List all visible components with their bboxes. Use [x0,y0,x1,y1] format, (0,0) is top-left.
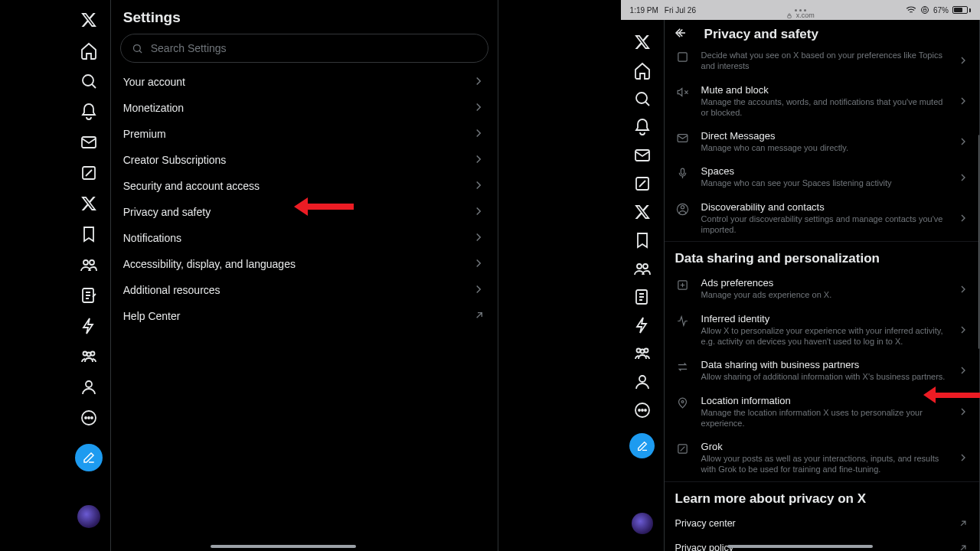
svg-point-12 [88,417,90,419]
svg-point-0 [83,75,93,86]
status-time: 1:19 PM [630,6,658,15]
search-icon[interactable] [633,90,652,108]
notifications-icon[interactable] [633,118,652,136]
settings-title: Settings [111,0,498,34]
settings-item-notifications[interactable]: Notifications [111,225,498,251]
grok-icon[interactable] [633,174,652,193]
orientation-lock-icon [920,5,929,15]
link-privacy-policy[interactable]: Privacy policy [665,536,979,551]
chevron-right-icon [472,178,485,194]
bookmarks-icon[interactable] [79,224,99,244]
home-icon[interactable] [79,41,99,60]
row-discoverability[interactable]: Discoverability and contactsControl your… [665,195,979,242]
communities-icon[interactable] [79,255,99,275]
messages-icon[interactable] [79,132,99,152]
profile-icon[interactable] [79,377,99,397]
chevron-right-icon [472,282,485,298]
communities-alt-icon[interactable] [633,344,652,363]
row-mute-block[interactable]: Mute and blockManage the accounts, words… [665,78,979,125]
premium-icon[interactable] [79,194,99,214]
external-link-icon [473,309,485,324]
x-logo-icon[interactable] [79,10,99,30]
avatar[interactable] [77,505,100,528]
search-input[interactable]: Search Settings [120,34,488,63]
chevron-right-icon [472,152,485,168]
svg-point-30 [645,409,646,411]
monetization-icon[interactable] [79,316,99,336]
compose-button[interactable] [629,433,655,458]
settings-item-monetization[interactable]: Monetization [111,95,498,121]
chevron-right-icon [956,406,970,418]
row-spaces[interactable]: SpacesManage who can see your Spaces lis… [665,159,979,194]
settings-item-accessibility[interactable]: Accessibility, display, and languages [111,251,498,277]
chevron-right-icon [472,126,485,142]
settings-item-additional-resources[interactable]: Additional resources [111,277,498,303]
search-placeholder: Search Settings [151,42,227,54]
communities-alt-icon[interactable] [79,347,99,367]
section-learn-more: Learn more about privacy on X [665,482,979,511]
svg-point-9 [86,381,92,387]
row-content-you-see[interactable]: Decide what you see on X based on your p… [665,49,979,78]
link-privacy-center[interactable]: Privacy center [665,511,979,536]
x-logo-icon[interactable] [633,33,652,51]
microphone-icon [675,167,691,180]
svg-rect-16 [788,15,792,18]
more-icon[interactable] [633,401,652,419]
section-data-sharing: Data sharing and personalization [665,242,979,271]
back-button[interactable] [674,26,688,43]
settings-item-your-account[interactable]: Your account [111,69,498,95]
svg-point-8 [87,353,91,357]
home-indicator [727,545,873,548]
settings-item-help-center[interactable]: Help Center [111,303,498,329]
chevron-right-icon [472,100,485,116]
home-indicator [211,545,356,548]
search-icon[interactable] [79,71,99,91]
svg-point-28 [639,409,640,411]
avatar[interactable] [632,513,653,534]
chevron-right-icon [956,364,970,377]
settings-item-premium[interactable]: Premium [111,121,498,147]
home-icon[interactable] [633,61,652,80]
svg-point-25 [640,349,644,353]
chevron-right-icon [472,256,485,272]
svg-point-11 [85,417,87,419]
privacy-safety-panel: Privacy and safety Decide what you see o… [664,20,980,551]
notifications-icon[interactable] [79,102,99,122]
lists-icon[interactable] [79,285,99,305]
messages-icon[interactable] [633,146,652,165]
communities-icon[interactable] [633,259,652,278]
external-link-icon [958,518,969,529]
grok-icon[interactable] [79,163,99,183]
settings-item-security[interactable]: Security and account access [111,173,498,199]
swap-icon [675,360,691,373]
row-inferred-identity[interactable]: Inferred identityAllow X to personalize … [665,307,979,354]
activity-icon [675,315,691,328]
address-bar: x.com [786,11,815,19]
svg-point-3 [83,260,88,265]
profile-icon[interactable] [633,373,652,391]
svg-point-26 [639,376,645,382]
chevron-right-icon [472,230,485,246]
lists-icon[interactable] [633,288,652,306]
chevron-right-icon [956,171,970,184]
row-data-sharing-partners[interactable]: Data sharing with business partnersAllow… [665,353,979,388]
contacts-icon [675,203,691,216]
status-date: Fri Jul 26 [665,6,696,15]
envelope-icon [675,132,691,145]
row-direct-messages[interactable]: Direct MessagesManage who can message yo… [665,124,979,159]
settings-item-creator-subscriptions[interactable]: Creator Subscriptions [111,147,498,173]
row-ads-preferences[interactable]: Ads preferencesManage your ads experienc… [665,271,979,306]
compose-button[interactable] [75,444,103,471]
more-icon[interactable] [79,408,99,428]
settings-item-privacy-safety[interactable]: Privacy and safety [111,199,498,225]
chevron-right-icon [956,283,970,295]
svg-rect-31 [678,53,687,61]
chevron-right-icon [956,324,970,336]
bookmarks-icon[interactable] [633,231,652,249]
row-location[interactable]: Location informationManage the location … [665,389,979,435]
premium-icon[interactable] [633,203,652,221]
monetization-icon[interactable] [633,316,652,334]
svg-point-34 [681,205,684,208]
row-grok[interactable]: GrokAllow your posts as well as your int… [665,435,979,481]
chevron-right-icon [956,212,970,224]
